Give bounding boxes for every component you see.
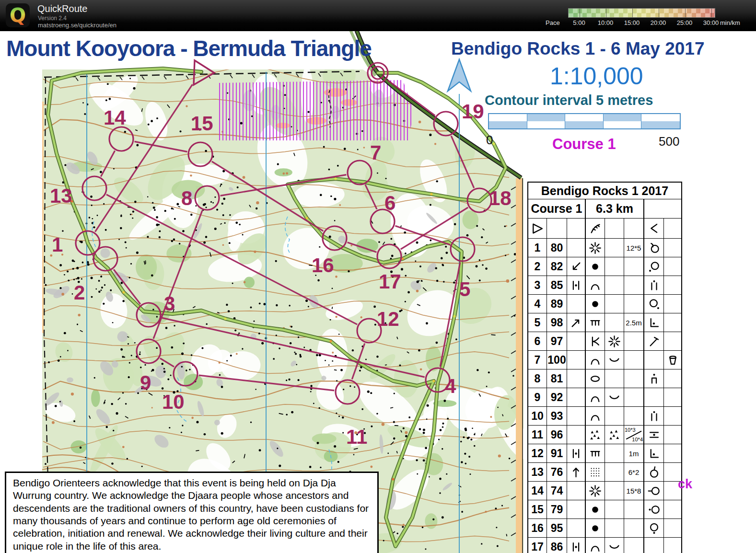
saddle-icon (608, 391, 621, 404)
table-row: Course 16.3 km (528, 199, 681, 219)
rocky-pit-icon (589, 484, 602, 497)
oval-icon (589, 372, 602, 385)
boulder-icon (589, 260, 602, 273)
app-header: Q QuickRoute Version 2.4 matstroeng.se/q… (0, 0, 756, 31)
control-number-10: 10 (162, 391, 185, 413)
map-edge-band-right (516, 178, 523, 553)
pace-tick-label: 25:00 (677, 19, 693, 26)
control-row-7: 7100 (528, 351, 681, 369)
pace-tick (711, 9, 712, 17)
control-number-6: 6 (384, 192, 395, 214)
arrow-up-icon (570, 466, 582, 479)
control-row-13: 13766*2 (528, 463, 681, 482)
cup-icon (666, 354, 679, 367)
table-title: Bendigo Rocks 1 2017 (528, 183, 681, 199)
control-row-16: 1695 (528, 519, 681, 538)
less-icon (648, 222, 661, 235)
control-number-3: 3 (164, 292, 175, 315)
table-course: Course 1 (528, 199, 586, 219)
control-number-19: 19 (462, 100, 484, 123)
circle-dot-left-icon (648, 503, 661, 516)
control-number-11: 11 (346, 426, 367, 448)
pace-tick (580, 9, 580, 17)
quickroute-logo-icon: Q (7, 5, 28, 26)
hill-icon (589, 391, 602, 404)
app-title: QuickRoute (37, 3, 88, 14)
control-description-table: Bendigo Rocks 1 2017Course 16.3 km18012*… (527, 182, 682, 553)
pace-gradient-scale (568, 8, 715, 18)
wall-icon (589, 447, 602, 460)
app-version: Version 2.4 (38, 15, 67, 22)
quickroute-window: { "header": { "app_title": "QuickRoute",… (0, 0, 756, 553)
saddle-icon (608, 541, 621, 553)
diag-hook-icon (648, 335, 661, 348)
bars-dot-icon (648, 279, 661, 292)
quickroute-logo: Q (6, 3, 30, 27)
pace-tick-label: 20:00 (651, 19, 666, 26)
circle-line-left-icon (648, 484, 661, 497)
corner-dot-icon (648, 316, 661, 329)
course-name-label: Course 1 (552, 136, 616, 153)
control-row-3: 385 (528, 276, 681, 295)
pace-tick-label: 15:00 (624, 19, 640, 26)
start-icon (531, 222, 544, 235)
control-number-13: 13 (50, 184, 72, 207)
control-row-9: 992 (528, 388, 681, 407)
table-distance: 6.3 km (586, 199, 644, 219)
app-url-link[interactable]: matstroeng.se/quickroute/en (38, 22, 116, 29)
control-row-14: 147415*8 (528, 482, 681, 500)
control-number-17: 17 (379, 270, 401, 293)
hill-icon (589, 279, 602, 292)
between-bars-icon (570, 541, 582, 553)
control-row-1: 18012*5 (528, 239, 681, 257)
boulder-icon (589, 298, 602, 311)
gate-dot-icon (648, 372, 661, 385)
circle-dot-bottom-icon (648, 522, 661, 535)
dot-lines-icon (648, 428, 661, 441)
control-number-4: 4 (445, 375, 456, 397)
pace-tick-label: 5:00 (573, 19, 585, 26)
event-title: Bendigo Rocks 1 - 6 May 2017 (451, 39, 704, 59)
control-number-16: 16 (312, 254, 334, 276)
control-number-9: 9 (140, 371, 151, 394)
hill-icon (589, 410, 602, 423)
control-row-2: 282 (528, 257, 681, 276)
map-scale-ratio: 1:10,000 (550, 62, 643, 90)
cliff-icon (589, 222, 602, 235)
control-row-4: 489 (528, 295, 681, 313)
pace-tick (659, 9, 659, 17)
table-row: Bendigo Rocks 1 2017 (528, 183, 681, 199)
control-number-1: 1 (52, 233, 63, 256)
pace-label: Pace (546, 19, 560, 26)
control-number-2: 2 (74, 281, 85, 304)
control-row-15: 1579 (528, 500, 681, 519)
pace-tick (685, 9, 686, 17)
dotted-area-icon (589, 466, 602, 479)
circle-dot-br-icon (648, 298, 661, 311)
control-number-7: 7 (370, 141, 381, 164)
pace-tick-label: 10:00 (598, 19, 614, 26)
control-row-10: 1093 (528, 407, 681, 426)
start-row (528, 219, 681, 239)
pace-tick (632, 9, 633, 17)
scale-bar-end: 500 (659, 134, 679, 149)
north-arrow (448, 59, 471, 91)
saddle-icon (608, 354, 621, 367)
triangles-icon (608, 428, 621, 441)
control-row-5: 5982.5m (528, 313, 681, 332)
control-number-5: 5 (459, 278, 470, 300)
between-bars-icon (570, 279, 582, 292)
rocky-pit-icon (608, 335, 621, 348)
bars-dot-icon (648, 410, 661, 423)
scale-bar (488, 113, 681, 129)
circle-line-top-icon (648, 466, 661, 479)
control-row-17: 1786 (528, 538, 681, 553)
pace-unit: min/km (720, 19, 740, 26)
wall-icon (589, 316, 602, 329)
control-number-12: 12 (377, 308, 399, 330)
acknowledgement-text: Bendigo Orienteers acknowledge that this… (13, 477, 369, 552)
triangles-icon (589, 428, 602, 441)
circle-dot-bl-icon (648, 260, 661, 273)
control-row-8: 881 (528, 369, 681, 388)
arrow-sw-icon (570, 260, 582, 273)
